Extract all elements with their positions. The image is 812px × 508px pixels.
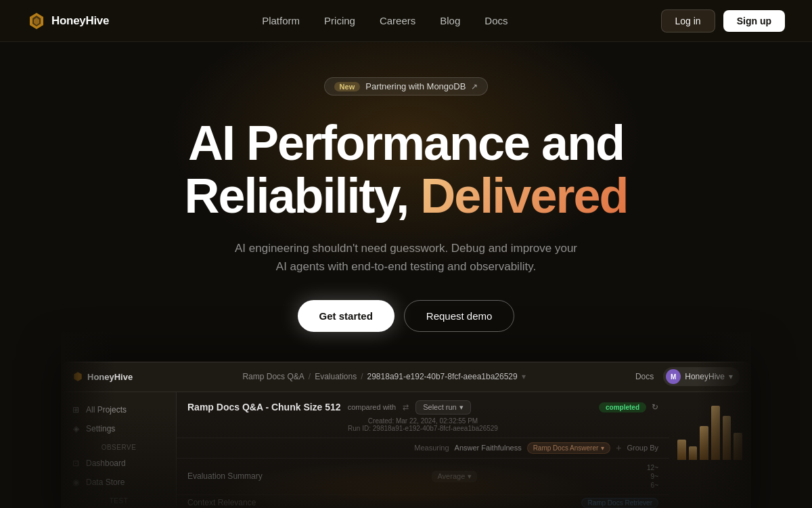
dash-right: Docs M HoneyHive ▾: [635, 367, 740, 386]
sidebar-settings-label: Settings: [86, 424, 115, 433]
chip-dropdown-icon: ▾: [601, 444, 604, 452]
created-date: Created: Mar 22, 2024, 02:32:55 PM: [368, 417, 478, 425]
badge-arrow-icon: ↗: [471, 82, 478, 91]
completed-badge: completed: [599, 402, 646, 412]
new-badge-label: New: [334, 82, 361, 91]
ramp-docs-answerer-chip[interactable]: Ramp Docs Answerer ▾: [527, 442, 611, 454]
bar-1: [677, 440, 686, 460]
signup-button[interactable]: Sign up: [723, 10, 785, 32]
hero-subtitle-line2: AI agents with end-to-end testing and ob…: [276, 260, 536, 273]
navbar: HoneyHive Platform Pricing Careers Blog …: [0, 0, 812, 42]
bar-chart: [669, 392, 750, 473]
login-button[interactable]: Log in: [661, 9, 715, 33]
average-label: Average: [437, 472, 465, 480]
bar-2: [689, 446, 698, 460]
average-dropdown-icon: ▾: [468, 472, 472, 481]
context-row: Context Relevance Ramp Docs Retriever: [177, 495, 669, 508]
nav-platform[interactable]: Platform: [262, 15, 300, 26]
refresh-icon[interactable]: ↻: [652, 402, 658, 412]
breadcrumb-sep1: /: [309, 372, 311, 381]
sidebar-dashboard-label: Dashboard: [86, 459, 126, 468]
bar-4: [711, 406, 720, 460]
hero-section: New Partnering with MongoDB ↗ AI Perform…: [0, 42, 812, 508]
breadcrumb-evaluations[interactable]: Evaluations: [315, 372, 357, 381]
dash-user-chip[interactable]: M HoneyHive ▾: [663, 367, 740, 386]
sidebar-test-section: Test: [62, 492, 176, 507]
get-started-button[interactable]: Get started: [298, 300, 394, 332]
sidebar-item-all-projects[interactable]: ⊞ All Projects: [62, 400, 176, 419]
badge-text: Partnering with MongoDB: [365, 81, 466, 91]
select-run-label: Select run: [423, 403, 457, 411]
user-avatar: M: [666, 369, 681, 384]
compare-icon: ⇄: [403, 403, 409, 412]
breadcrumb-dropdown-icon: ▾: [522, 372, 526, 381]
dash-logo-icon: [72, 371, 83, 382]
breadcrumb-project[interactable]: Ramp Docs Q&A: [242, 372, 304, 381]
sidebar-item-dashboard[interactable]: ⊡ Dashboard: [62, 454, 176, 473]
sidebar-datastore-label: Data Store: [86, 478, 125, 487]
dash-main: Ramp Docs Q&A - Chunk Size 512 compared …: [177, 392, 669, 508]
hero-subtitle: AI engineering shouldn't need guesswork.…: [235, 239, 577, 276]
group-by-label: Group By: [627, 444, 658, 452]
svg-marker-3: [74, 373, 81, 382]
grid-icon: ⊞: [71, 405, 81, 415]
mongodb-badge[interactable]: New Partnering with MongoDB ↗: [324, 77, 489, 96]
average-chip[interactable]: Average ▾: [432, 471, 477, 482]
logo[interactable]: HoneyHive: [27, 12, 109, 30]
nav-links: Platform Pricing Careers Blog Docs: [262, 15, 508, 26]
hero-title-highlight: Delivered: [420, 169, 627, 223]
num3: 6~: [651, 482, 658, 489]
sidebar-observe-section: Observe: [62, 438, 176, 454]
dash-measuring-row: Measuring Answer Faithfulness Ramp Docs …: [177, 438, 669, 459]
nav-actions: Log in Sign up: [661, 9, 785, 33]
nav-pricing[interactable]: Pricing: [324, 15, 355, 26]
dash-breadcrumb: Ramp Docs Q&A / Evaluations / 29818a91-e…: [242, 372, 525, 381]
group-by-button[interactable]: Group By: [627, 444, 658, 452]
user-dropdown-icon: ▾: [729, 372, 733, 381]
measuring-label: Measuring: [414, 444, 449, 452]
nav-blog[interactable]: Blog: [440, 15, 460, 26]
hero-title: AI Performance and Reliability, Delivere…: [185, 117, 628, 223]
dashboard-icon: ⊡: [71, 459, 81, 468]
bar-6: [734, 433, 742, 460]
sidebar-all-projects-label: All Projects: [86, 405, 127, 415]
logo-text: HoneyHive: [51, 14, 109, 28]
dash-title-row: Ramp Docs Q&A - Chunk Size 512 compared …: [187, 400, 658, 415]
hero-subtitle-line1: AI engineering shouldn't need guesswork.…: [235, 242, 577, 255]
dashboard-wrapper: HoneyHive Ramp Docs Q&A / Evaluations / …: [61, 332, 751, 508]
bar-5: [723, 416, 731, 460]
hero-title-line1: AI Performance and: [188, 116, 624, 170]
sidebar-item-datastore[interactable]: ◉ Data Store: [62, 473, 176, 492]
plus-icon: +: [616, 442, 621, 453]
dash-meta: Created: Mar 22, 2024, 02:32:55 PM Run I…: [187, 417, 658, 432]
ramp-retriever-chip[interactable]: Ramp Docs Retriever: [581, 498, 658, 508]
bar-3: [700, 426, 708, 460]
datastore-icon: ◉: [71, 478, 81, 487]
request-demo-button[interactable]: Request demo: [404, 300, 515, 332]
select-run-button[interactable]: Select run ▾: [415, 400, 471, 415]
num1: 12~: [647, 464, 658, 471]
nav-docs[interactable]: Docs: [484, 15, 508, 26]
run-id-meta: Run ID: 29818a91-e192-40b7-8fcf-aeea1ba2…: [348, 425, 498, 432]
num2: 9~: [651, 473, 658, 480]
eval-summary-row: Evaluation Summary Average ▾ 12~ 9~ 6~: [177, 459, 669, 495]
dash-user-name: HoneyHive: [685, 372, 725, 381]
dash-body: ⊞ All Projects ◈ Settings Observe ⊡ Dash…: [62, 392, 750, 508]
nav-careers[interactable]: Careers: [380, 15, 415, 26]
compared-with-label: compared with: [348, 403, 397, 411]
ramp-docs-answerer-label: Ramp Docs Answerer: [533, 444, 599, 452]
dash-sidebar: ⊞ All Projects ◈ Settings Observe ⊡ Dash…: [62, 392, 177, 508]
numbers-col: 12~ 9~ 6~: [647, 464, 658, 489]
dashboard-preview: HoneyHive Ramp Docs Q&A / Evaluations / …: [61, 362, 751, 508]
sidebar-item-settings[interactable]: ◈ Settings: [62, 419, 176, 438]
breadcrumb-sep2: /: [361, 372, 363, 381]
dash-docs-link[interactable]: Docs: [635, 372, 654, 381]
breadcrumb-runid[interactable]: 29818a91-e192-40b7-8fcf-aeea1ba26529: [367, 372, 518, 381]
settings-icon: ◈: [71, 424, 81, 433]
answer-faithfulness-label: Answer Faithfulness: [455, 444, 522, 452]
select-run-dropdown-icon: ▾: [459, 403, 464, 412]
dash-logo-text: HoneyHive: [87, 372, 133, 382]
eval-summary-label: Evaluation Summary: [187, 471, 263, 481]
dash-logo: HoneyHive: [72, 371, 133, 382]
hero-title-line2-plain: Reliability,: [185, 169, 409, 223]
